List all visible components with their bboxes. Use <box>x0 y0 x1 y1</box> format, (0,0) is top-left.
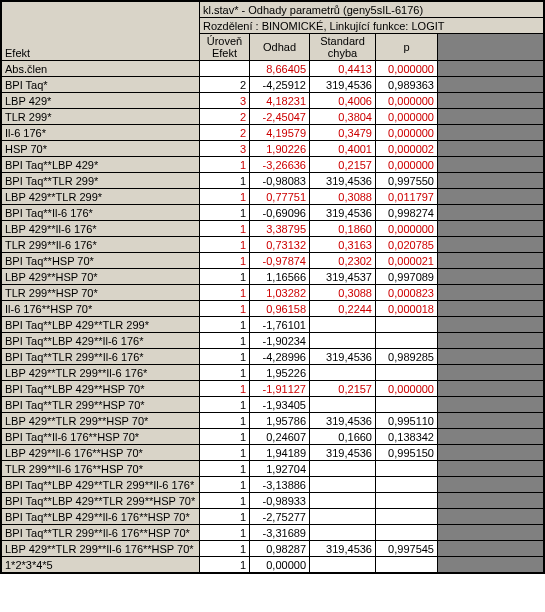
row-label: LBP 429**TLR 299* <box>2 189 200 205</box>
table-row: TLR 299**Il-6 176**HSP 70*11,92704 <box>2 461 544 477</box>
row-label: BPI Taq**Il-6 176* <box>2 205 200 221</box>
cell-stderr: 319,4536 <box>310 349 376 365</box>
row-label: BPI Taq**LBP 429**Il-6 176**HSP 70* <box>2 509 200 525</box>
cell-level: 2 <box>200 109 250 125</box>
row-label: TLR 299**HSP 70* <box>2 285 200 301</box>
cell-p: 0,000000 <box>376 109 438 125</box>
cell-filler <box>438 269 544 285</box>
cell-filler <box>438 253 544 269</box>
table-row: LBP 429**TLR 299**HSP 70*11,95786319,453… <box>2 413 544 429</box>
cell-level: 3 <box>200 141 250 157</box>
cell-p: 0,995150 <box>376 445 438 461</box>
cell-p: 0,000000 <box>376 157 438 173</box>
cell-level: 1 <box>200 397 250 413</box>
cell-p: 0,138342 <box>376 429 438 445</box>
cell-stderr <box>310 397 376 413</box>
cell-level: 1 <box>200 365 250 381</box>
cell-estimate: -0,98083 <box>250 173 310 189</box>
cell-p: 0,995110 <box>376 413 438 429</box>
table-row: BPI Taq**Il-6 176**HSP 70*10,246070,1660… <box>2 429 544 445</box>
cell-p <box>376 557 438 573</box>
cell-level: 1 <box>200 317 250 333</box>
row-label: BPI Taq**LBP 429**TLR 299**HSP 70* <box>2 493 200 509</box>
cell-stderr: 0,2157 <box>310 157 376 173</box>
cell-p <box>376 317 438 333</box>
cell-filler <box>438 221 544 237</box>
cell-p <box>376 477 438 493</box>
table-row: LBP 429**Il-6 176**HSP 70*11,94189319,45… <box>2 445 544 461</box>
table-row: TLR 299*2-2,450470,38040,000000 <box>2 109 544 125</box>
cell-level: 1 <box>200 413 250 429</box>
row-label: BPI Taq**LBP 429* <box>2 157 200 173</box>
cell-stderr: 0,4413 <box>310 61 376 77</box>
cell-filler <box>438 157 544 173</box>
cell-stderr <box>310 365 376 381</box>
cell-level: 1 <box>200 205 250 221</box>
table-row: BPI Taq**LBP 429**TLR 299**Il-6 176*1-3,… <box>2 477 544 493</box>
cell-level: 1 <box>200 557 250 573</box>
cell-estimate: 0,98287 <box>250 541 310 557</box>
row-label: Il-6 176**HSP 70* <box>2 301 200 317</box>
cell-stderr: 0,2157 <box>310 381 376 397</box>
cell-level: 1 <box>200 221 250 237</box>
col-p: p <box>376 34 438 61</box>
cell-level: 2 <box>200 77 250 93</box>
cell-stderr <box>310 477 376 493</box>
table-row: BPI Taq**LBP 429**TLR 299**HSP 70*1-0,98… <box>2 493 544 509</box>
cell-stderr: 319,4536 <box>310 413 376 429</box>
cell-filler <box>438 333 544 349</box>
row-label: Abs.člen <box>2 61 200 77</box>
cell-stderr: 319,4536 <box>310 205 376 221</box>
title-line1: kl.stav* - Odhady parametrů (geny5sIL-61… <box>200 2 544 18</box>
table-row: LBP 429**TLR 299**Il-6 176*11,95226 <box>2 365 544 381</box>
cell-level: 1 <box>200 381 250 397</box>
cell-stderr: 0,3804 <box>310 109 376 125</box>
cell-level: 1 <box>200 541 250 557</box>
cell-estimate: -0,97874 <box>250 253 310 269</box>
cell-p: 0,000018 <box>376 301 438 317</box>
cell-filler <box>438 317 544 333</box>
col-estimate: Odhad <box>250 34 310 61</box>
cell-stderr: 319,4537 <box>310 269 376 285</box>
cell-p: 0,000000 <box>376 61 438 77</box>
cell-p <box>376 333 438 349</box>
cell-level: 1 <box>200 189 250 205</box>
cell-stderr: 0,2302 <box>310 253 376 269</box>
cell-stderr <box>310 333 376 349</box>
row-label: BPI Taq**LBP 429**TLR 299**Il-6 176* <box>2 477 200 493</box>
cell-stderr: 0,2244 <box>310 301 376 317</box>
cell-estimate: -4,25912 <box>250 77 310 93</box>
cell-p <box>376 509 438 525</box>
table-row: LBP 429**TLR 299**Il-6 176**HSP 70*10,98… <box>2 541 544 557</box>
cell-estimate: 0,73132 <box>250 237 310 253</box>
cell-level: 1 <box>200 493 250 509</box>
cell-stderr: 319,4536 <box>310 445 376 461</box>
cell-p: 0,998274 <box>376 205 438 221</box>
cell-stderr: 0,4001 <box>310 141 376 157</box>
table-row: LBP 429*34,182310,40060,000000 <box>2 93 544 109</box>
cell-estimate: 4,19579 <box>250 125 310 141</box>
cell-p: 0,997545 <box>376 541 438 557</box>
cell-filler <box>438 477 544 493</box>
cell-estimate: 1,94189 <box>250 445 310 461</box>
table-row: Abs.člen8,664050,44130,000000 <box>2 61 544 77</box>
cell-filler <box>438 125 544 141</box>
cell-p <box>376 365 438 381</box>
cell-level: 1 <box>200 173 250 189</box>
cell-filler <box>438 493 544 509</box>
col-stderr: Standardchyba <box>310 34 376 61</box>
table-row: BPI Taq**Il-6 176*1-0,69096319,45360,998… <box>2 205 544 221</box>
cell-filler <box>438 349 544 365</box>
row-label: LBP 429* <box>2 93 200 109</box>
cell-p <box>376 493 438 509</box>
cell-stderr: 0,3479 <box>310 125 376 141</box>
cell-level: 1 <box>200 477 250 493</box>
cell-filler <box>438 557 544 573</box>
cell-filler <box>438 461 544 477</box>
cell-estimate: -4,28996 <box>250 349 310 365</box>
table-row: TLR 299**Il-6 176*10,731320,31630,020785 <box>2 237 544 253</box>
cell-p: 0,997089 <box>376 269 438 285</box>
row-label: BPI Taq* <box>2 77 200 93</box>
table-row: BPI Taq**LBP 429*1-3,266360,21570,000000 <box>2 157 544 173</box>
cell-stderr <box>310 461 376 477</box>
